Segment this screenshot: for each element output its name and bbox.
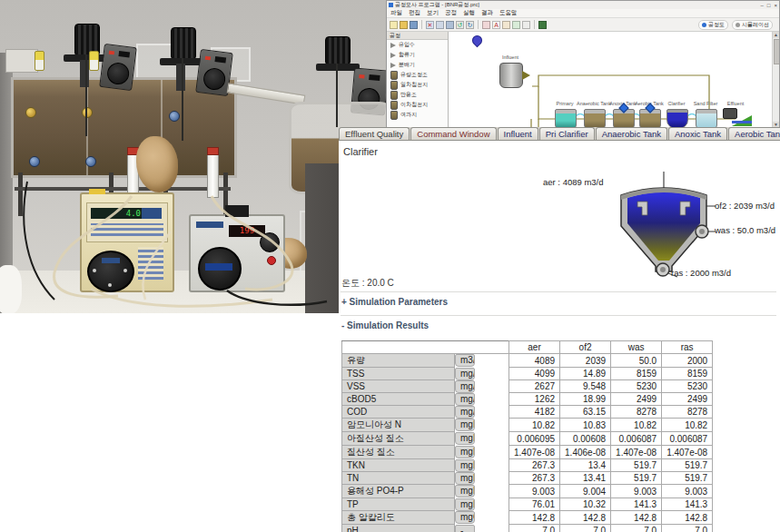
- process-view-chip-label: 공정도: [708, 21, 725, 29]
- palette-item-2[interactable]: 분배기: [387, 60, 448, 70]
- palette-item-7[interactable]: 여과지: [387, 110, 448, 120]
- tab-anoxic-tank[interactable]: Anoxic Tank: [668, 127, 727, 140]
- palette-item-0[interactable]: 유입수: [387, 40, 448, 50]
- pump1-head: [87, 251, 134, 292]
- tab-pri-clarifier[interactable]: Pri Clarifier: [539, 127, 595, 140]
- row-value: 2000: [662, 354, 713, 368]
- pump2-knob: [260, 232, 280, 252]
- table-row-7: 질산성 질소mgN/L1.407e-081.406e-081.407e-081.…: [342, 446, 713, 459]
- row-value: 4099: [509, 368, 560, 380]
- unit-icon-primary[interactable]: [555, 109, 577, 128]
- row-value: 0.006087: [611, 432, 662, 446]
- row-value: 10.82: [611, 419, 662, 432]
- chart-icon[interactable]: [512, 21, 520, 29]
- run-icon[interactable]: [502, 21, 510, 29]
- table-row-1: TSSmg/L409914.8981598159: [342, 368, 713, 380]
- tab-effluent-quality[interactable]: Effluent Quality: [339, 127, 410, 140]
- palette-item-5[interactable]: 반응조: [387, 90, 448, 100]
- column-header-ras: ras: [662, 341, 713, 354]
- row-unit: m3/d: [455, 354, 475, 367]
- new-icon[interactable]: [390, 21, 398, 29]
- screw: [93, 269, 96, 272]
- scroll-up-arrow[interactable]: ▲: [773, 32, 779, 38]
- valve: [29, 156, 40, 167]
- brass-valve: [82, 107, 93, 118]
- canvas-scrollbar[interactable]: ▲ ▼: [772, 32, 779, 128]
- simulation-parameters-header[interactable]: + Simulation Parameters: [341, 297, 448, 307]
- unit-icon-clarifier[interactable]: [666, 109, 688, 128]
- app-body: 공정 유입수합류기분배기유량조정조일차침전지반응조이차침전지여과지 Influe…: [387, 32, 779, 128]
- palette-item-4[interactable]: 일차침전지: [387, 80, 448, 90]
- menu-item-4[interactable]: 실행: [463, 9, 475, 17]
- stop-select[interactable]: [522, 21, 530, 29]
- pump2-top-device: [225, 205, 249, 217]
- open-icon[interactable]: [400, 21, 408, 29]
- unit-icon-aerobic-tank[interactable]: [639, 109, 661, 128]
- palette-item-label: 분배기: [399, 61, 415, 69]
- separator: [341, 291, 776, 292]
- minimize-button[interactable]: –: [761, 3, 764, 8]
- process-view-chip[interactable]: 공정도: [698, 20, 728, 30]
- row-value: 142.8: [509, 511, 560, 525]
- row-name: TN: [342, 472, 455, 485]
- menu-item-2[interactable]: 보기: [427, 9, 439, 17]
- row-name: 아질산성 질소: [342, 432, 455, 446]
- toolbar: ✕ ↺ ↻ A 공정도시뮬레이션: [387, 18, 779, 32]
- flowsheet-canvas[interactable]: Influent PrimaryAnaerobic TankAnoxic Tan…: [449, 32, 779, 128]
- simulation-results-header[interactable]: - Simulation Results: [341, 320, 429, 330]
- menu-item-5[interactable]: 결과: [481, 9, 493, 17]
- copy-icon[interactable]: [436, 21, 444, 29]
- zoom-icon[interactable]: [482, 21, 490, 29]
- was-flow-label: was : 50.0 m3/d: [715, 225, 775, 235]
- valve: [85, 156, 96, 167]
- scroll-thumb[interactable]: [774, 39, 779, 64]
- simulator-window: 공정모사 프로그램 - [BNR공정.prc] – □ × 파일편집보기공정실행…: [386, 0, 780, 127]
- paste-icon[interactable]: [446, 21, 454, 29]
- row-unit: mgN/L: [455, 432, 475, 445]
- row-value: 0.00608: [560, 432, 611, 446]
- row-value: 519.7: [662, 459, 713, 472]
- font-icon[interactable]: A: [492, 21, 500, 29]
- menu-item-0[interactable]: 파일: [390, 9, 402, 17]
- palette-item-label: 유량조정조: [400, 71, 428, 79]
- tab-anaerobic-tank[interactable]: Anaerobic Tank: [596, 127, 667, 140]
- palette-item-3[interactable]: 유량조정조: [387, 70, 448, 80]
- tab-command-window[interactable]: Command Window: [410, 127, 496, 140]
- menu-item-3[interactable]: 공정: [445, 9, 457, 17]
- pump1-keypad: [91, 223, 163, 236]
- unit-icon-anoxic-tank[interactable]: [613, 109, 635, 128]
- maximize-button[interactable]: □: [767, 3, 771, 8]
- wall-device: [5, 49, 38, 73]
- menu-item-6[interactable]: 도움말: [499, 9, 518, 17]
- audio-icon[interactable]: [538, 21, 547, 29]
- header-blank: [342, 341, 509, 354]
- tab-influent[interactable]: Influent: [498, 127, 538, 140]
- menu-item-1[interactable]: 편집: [409, 9, 420, 17]
- undo-icon[interactable]: ↺: [456, 21, 464, 29]
- cut-icon[interactable]: ✕: [426, 21, 434, 29]
- stirrer-clamp: [80, 60, 89, 87]
- redo-icon[interactable]: ↻: [466, 21, 474, 29]
- window-titlebar[interactable]: 공정모사 프로그램 - [BNR공정.prc] – □ ×: [387, 1, 779, 9]
- controller-led: [109, 51, 114, 55]
- palette-item-label: 여과지: [400, 111, 417, 119]
- of2-flow-label: of2 : 2039 m3/d: [715, 201, 775, 211]
- influent-icon[interactable]: [499, 63, 523, 88]
- process-view-chip-icon: [702, 23, 706, 27]
- palette-item-1[interactable]: 합류기: [387, 50, 448, 60]
- simulation-chip[interactable]: 시뮬레이션: [732, 20, 773, 30]
- unit-icon-sand-filter[interactable]: [696, 109, 717, 128]
- save-icon[interactable]: [410, 21, 418, 29]
- controller-switch: [369, 74, 380, 81]
- pump2-brand: [196, 222, 223, 228]
- row-value: 0.006087: [662, 432, 713, 446]
- stirrer-clamp: [176, 64, 185, 91]
- tank-icon: [390, 111, 398, 120]
- row-unit: mgP/L: [455, 485, 475, 498]
- row-unit: mg/L: [455, 380, 475, 393]
- tab-aerobic-tank[interactable]: Aerobic Tank: [728, 127, 780, 140]
- palette-item-6[interactable]: 이차침전지: [387, 100, 448, 110]
- unit-icon-anaerobic-tank[interactable]: [584, 109, 606, 128]
- stirrer-motor: [325, 36, 351, 65]
- close-button[interactable]: ×: [774, 3, 777, 8]
